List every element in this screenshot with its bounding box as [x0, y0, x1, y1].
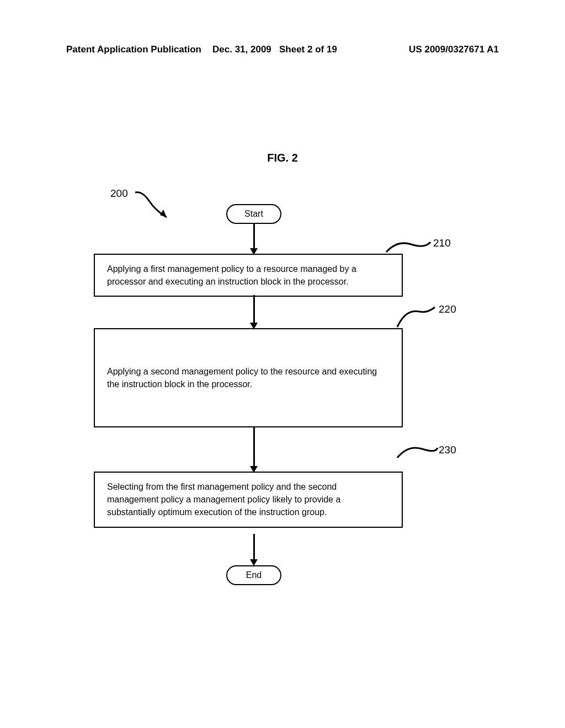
leader-curve-200	[132, 190, 177, 226]
terminal-end-label: End	[246, 570, 262, 580]
step-3-text: Selecting from the first management poli…	[107, 482, 340, 517]
leader-curve-210	[383, 234, 433, 256]
step-box-3: Selecting from the first management poli…	[94, 472, 403, 528]
terminal-start: Start	[226, 204, 281, 224]
arrow-step2-to-step3	[253, 427, 255, 467]
terminal-start-label: Start	[244, 209, 263, 219]
page-header: Patent Application Publication Dec. 31, …	[66, 44, 499, 55]
leader-curve-230	[395, 440, 439, 462]
step-1-text: Applying a first management policy to a …	[107, 264, 356, 286]
header-date-sheet: Dec. 31, 2009 Sheet 2 of 19	[212, 44, 337, 55]
leader-curve-220	[395, 301, 439, 331]
step-box-2: Applying a second management policy to t…	[94, 328, 403, 427]
reference-label-220: 220	[439, 303, 456, 315]
reference-label-210: 210	[433, 237, 451, 249]
header-date: Dec. 31, 2009	[212, 44, 271, 55]
step-box-1: Applying a first management policy to a …	[94, 254, 403, 297]
header-pub-number: US 2009/0327671 A1	[409, 44, 499, 55]
arrow-step3-to-end	[253, 534, 255, 560]
terminal-end: End	[226, 565, 281, 585]
arrow-step1-to-step2	[253, 295, 255, 324]
reference-label-230: 230	[439, 444, 456, 456]
page: Patent Application Publication Dec. 31, …	[0, 0, 565, 728]
step-2-text: Applying a second management policy to t…	[107, 365, 390, 390]
figure-title: FIG. 2	[0, 152, 565, 164]
header-publication-type: Patent Application Publication	[66, 44, 201, 55]
header-sheet: Sheet 2 of 19	[279, 44, 337, 55]
arrow-start-to-step1	[253, 224, 255, 249]
reference-label-200: 200	[110, 188, 128, 200]
